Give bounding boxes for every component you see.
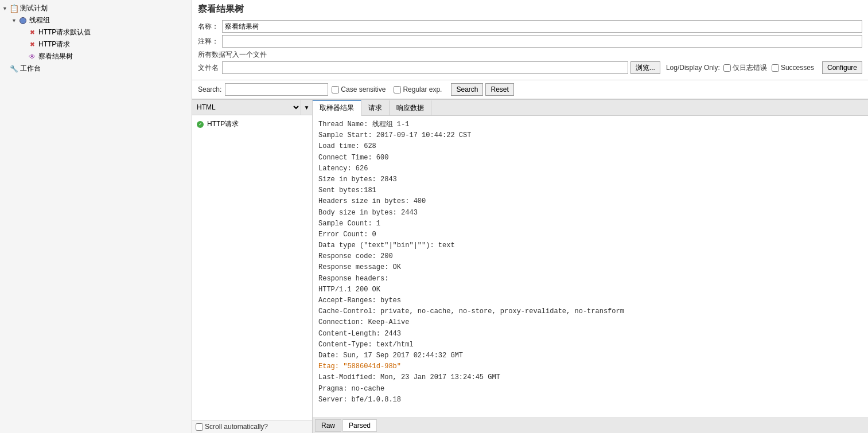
expand-arrow[interactable]: ▼ [2,6,8,11]
sidebar-item-label: 察看结果树 [38,52,73,61]
detail-tab-response-data[interactable]: 响应数据 [390,100,431,115]
detail-line: Size in bytes: 2843 [318,174,862,185]
detail-line: Cache-Control: private, no-cache, no-sto… [318,306,862,317]
detail-panel: 取样器结果请求响应数据 Thread Name: 线程组 1-1Sample S… [313,100,868,433]
detail-tab-request[interactable]: 请求 [361,100,390,115]
sidebar-item-test-plan[interactable]: ▼📋测试计划 [2,2,189,14]
detail-tabs: 取样器结果请求响应数据 [313,100,868,116]
detail-content: Thread Name: 线程组 1-1Sample Start: 2017-0… [313,116,868,418]
search-input[interactable] [225,83,328,96]
successes-checkbox-label[interactable]: Successes [772,64,814,72]
scroll-auto-label[interactable]: Scroll automatically? [196,423,268,431]
detail-line: Last-Modified: Mon, 23 Jan 2017 13:24:45… [318,372,862,383]
comment-input[interactable] [222,35,862,48]
errors-checkbox[interactable] [723,64,731,72]
reset-button[interactable]: Reset [485,83,513,96]
sidebar-item-http-default[interactable]: ✖HTTP请求默认值 [21,26,189,38]
detail-line: Pragma: no-cache [318,384,862,395]
detail-line: Headers size in bytes: 400 [318,196,862,207]
detail-line: Etag: "5886041d-98b" [318,361,862,372]
sidebar-item-http-request[interactable]: ✖HTTP请求 [21,38,189,50]
bottom-tab-parsed[interactable]: Parsed [342,419,377,432]
tree-panel-content: HTTP请求 [192,115,312,420]
detail-line: Connect Time: 600 [318,153,862,163]
main-content: 察看结果树 名称： 注释： 所有数据写入一个文件 文件名 浏览... Log/D… [192,0,868,433]
result-item-label: HTTP请求 [207,119,239,129]
result-item-http-req-result[interactable]: HTTP请求 [194,118,310,131]
detail-line: Error Count: 0 [318,229,862,240]
page-title: 察看结果树 [198,3,862,15]
browse-button[interactable]: 浏览... [630,61,660,74]
http-icon: ✖ [28,40,37,49]
name-label: 名称： [198,22,219,32]
sidebar-item-label: 工作台 [20,64,41,73]
detail-line: Server: bfe/1.0.8.18 [318,395,862,405]
errors-checkbox-label[interactable]: 仅日志错误 [723,63,767,73]
detail-line: HTTP/1.1 200 OK [318,284,862,295]
sidebar: ▼📋测试计划▼线程组✖HTTP请求默认值✖HTTP请求👁察看结果树🔧工作台 [0,0,192,433]
sidebar-item-thread-group[interactable]: ▼线程组 [11,14,189,26]
view-format-arrow[interactable]: ▼ [301,100,312,115]
case-sensitive-label[interactable]: Case sensitive [332,85,386,93]
detail-line: Sample Start: 2017-09-17 10:44:22 CST [318,130,862,141]
tree-panel-footer: Scroll automatically? [192,420,312,433]
log-display-label: Log/Display Only: [666,64,720,72]
detail-tab-sampler-result[interactable]: 取样器结果 [313,100,361,116]
view-format-select[interactable]: HTML Text JSON XML [192,100,301,115]
workbench-icon: 🔧 [9,64,18,73]
detail-line: Data type ("text"|"bin"|""): text [318,240,862,251]
search-label: Search: [198,85,221,93]
sidebar-item-label: 测试计划 [20,3,48,13]
detail-line: Connection: Keep-Alive [318,317,862,328]
detail-line: Response code: 200 [318,251,862,262]
result-status-icon [196,120,205,129]
file-section-label: 所有数据写入一个文件 [198,50,862,60]
detail-line: Content-Type: text/html [318,340,862,350]
case-sensitive-checkbox[interactable] [332,86,339,93]
sidebar-item-label: HTTP请求默认值 [38,28,91,37]
plan-icon: 📋 [9,4,18,13]
search-bar: Search: Case sensitive Regular exp. Sear… [192,80,868,99]
tree-panel-header: HTML Text JSON XML ▼ [192,100,312,115]
results-area: HTML Text JSON XML ▼ HTTP请求 Scroll autom… [192,99,868,433]
filename-label: 文件名 [198,63,219,73]
thread-icon [18,16,28,25]
detail-line: Content-Length: 2443 [318,329,862,340]
expand-arrow[interactable]: ▼ [11,18,17,24]
detail-line: Accept-Ranges: bytes [318,295,862,306]
http-default-icon: ✖ [28,28,37,37]
sidebar-item-workbench[interactable]: 🔧工作台 [2,63,189,75]
detail-line: Body size in bytes: 2443 [318,208,862,219]
detail-line: Thread Name: 线程组 1-1 [318,119,862,130]
regular-exp-label[interactable]: Regular exp. [394,85,442,93]
detail-line: Load time: 628 [318,141,862,152]
filename-input[interactable] [222,61,628,74]
sidebar-item-label: 线程组 [29,15,50,25]
detail-line: Latency: 626 [318,163,862,174]
scroll-auto-checkbox[interactable] [196,423,203,431]
configure-button[interactable]: Configure [822,61,862,74]
successes-checkbox[interactable] [772,64,779,72]
sidebar-item-label: HTTP请求 [38,40,70,49]
bottom-bar: RawParsed [313,418,868,433]
bottom-tab-raw[interactable]: Raw [315,419,341,432]
detail-line: Response message: OK [318,262,862,273]
config-area: 察看结果树 名称： 注释： 所有数据写入一个文件 文件名 浏览... Log/D… [192,0,868,80]
sidebar-item-listener[interactable]: 👁察看结果树 [21,50,189,63]
regular-exp-checkbox[interactable] [394,86,401,93]
listener-icon: 👁 [28,52,37,61]
search-button[interactable]: Search [451,83,483,96]
detail-line: Response headers: [318,274,862,284]
detail-line: Sent bytes:181 [318,185,862,196]
detail-line: Sample Count: 1 [318,219,862,229]
tree-panel: HTML Text JSON XML ▼ HTTP请求 Scroll autom… [192,100,313,433]
name-input[interactable] [222,20,862,33]
comment-label: 注释： [198,37,219,46]
detail-line: Date: Sun, 17 Sep 2017 02:44:32 GMT [318,350,862,361]
